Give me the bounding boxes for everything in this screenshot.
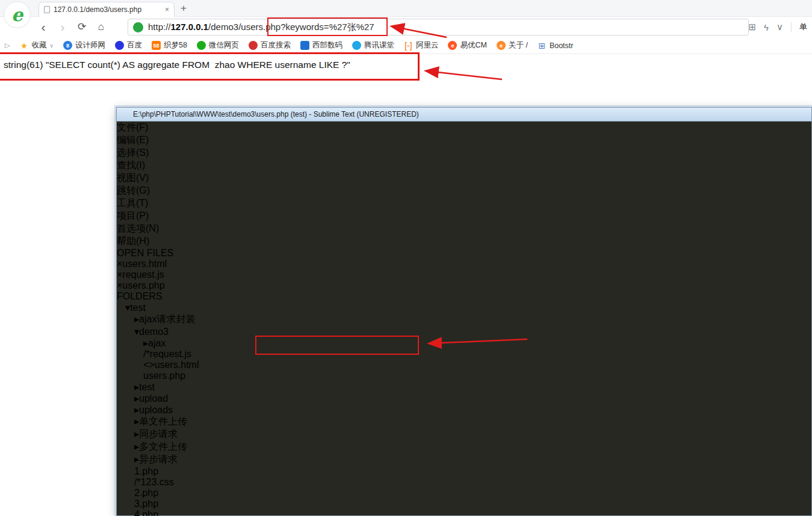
bookmark-item[interactable]: 西部数码: [300, 40, 342, 51]
bookmark-site-icon: ⊞: [538, 41, 547, 50]
tree-item-file[interactable]: 2.php: [117, 488, 811, 499]
bookmark-item[interactable]: 腾讯课堂: [352, 40, 394, 51]
screen: e 127.0.0.1/demo3/users.php × + ‹ › ⟳ ⌂ …: [0, 0, 812, 516]
close-icon[interactable]: ×: [117, 269, 122, 280]
tree-item-folder[interactable]: ▸test: [117, 381, 811, 393]
close-icon[interactable]: ×: [165, 5, 169, 14]
lightning-icon[interactable]: ϟ: [764, 22, 769, 32]
new-tab-button[interactable]: +: [181, 2, 187, 14]
tree-item-folder[interactable]: ▸ajax请求封装: [117, 313, 811, 326]
bookmark-item[interactable]: e关于 /: [497, 40, 528, 51]
bookmark-site-icon: [-]: [404, 41, 413, 50]
sublime-logo-icon: [120, 110, 129, 119]
browser-tab-bar: e 127.0.0.1/demo3/users.php × +: [0, 0, 812, 17]
tree-item-file[interactable]: users.php: [117, 370, 811, 381]
home-icon[interactable]: ⌂: [91, 18, 111, 36]
item-label: 异步请求: [139, 454, 178, 464]
item-label: uploads: [139, 405, 173, 415]
bookmark-item[interactable]: ★收藏∨: [19, 40, 54, 51]
tree-item-folder[interactable]: ▸多文件上传: [117, 441, 811, 453]
bookmark-label: 关于 /: [509, 40, 528, 51]
window-mode-label[interactable]: 单: [799, 22, 807, 32]
bookmark-item[interactable]: 58织梦58: [152, 40, 187, 51]
tree-item-file[interactable]: 3.php: [117, 499, 811, 509]
tree-item-folder[interactable]: ▸ajax: [117, 337, 811, 349]
bookmark-site-icon: 8: [63, 41, 72, 50]
address-bar[interactable]: http://127.0.0.1/demo3/users.php?keyword…: [128, 19, 749, 35]
file-name: users.php: [122, 280, 164, 290]
chevron-icon: ▸: [134, 429, 139, 439]
tree-item-folder[interactable]: ▸upload: [117, 393, 811, 404]
bookmark-item[interactable]: 微信网页: [197, 40, 239, 51]
apps-grid-icon[interactable]: ⊞: [748, 22, 756, 32]
browser-toolbar: ‹ › ⟳ ⌂ http://127.0.0.1/demo3/users.php…: [0, 17, 812, 37]
file-icon: /*: [134, 477, 141, 487]
bookmark-site-icon: [352, 41, 361, 50]
menu-item[interactable]: 帮助(H): [117, 235, 811, 248]
bookmark-item[interactable]: [-]阿里云: [404, 40, 439, 51]
bookmark-item[interactable]: 8设计师网: [63, 40, 105, 51]
open-file-item[interactable]: ×users.php: [117, 280, 811, 291]
tree-item-folder[interactable]: ▾test: [117, 302, 811, 313]
file-icon: /*: [143, 349, 150, 359]
open-file-item[interactable]: ×request.js: [117, 269, 811, 280]
menu-item[interactable]: 首选项(N): [117, 223, 811, 235]
tree-item-folder[interactable]: ▾demo3: [117, 326, 811, 337]
menu-item[interactable]: 跳转(G): [117, 185, 811, 197]
bookmark-site-icon: e: [497, 41, 506, 50]
chevron-down-icon[interactable]: ∨: [776, 22, 783, 32]
refresh-icon[interactable]: ⟳: [72, 18, 91, 36]
url-path: /demo3/users.php: [208, 22, 280, 32]
site-security-icon[interactable]: [133, 22, 143, 32]
browser-tab[interactable]: 127.0.0.1/demo3/users.php ×: [39, 2, 175, 17]
file-name: users.html: [122, 259, 167, 269]
bookmark-label: 百度搜索: [261, 40, 291, 51]
tree-item-folder[interactable]: ▸异步请求: [117, 453, 811, 466]
bookmarks-expand-icon[interactable]: ▷: [5, 41, 10, 49]
window-title-bar[interactable]: E:\php\PHPTutorial\WWW\test\demo3\users.…: [117, 108, 811, 121]
bookmarks-list: ★收藏∨8设计师网百度58织梦58微信网页百度搜索西部数码腾讯课堂[-]阿里云e…: [19, 40, 573, 51]
window-title: E:\php\PHPTutorial\WWW\test\demo3\users.…: [133, 110, 419, 118]
bookmark-label: 百度: [127, 40, 142, 51]
tree-item-folder[interactable]: ▸uploads: [117, 404, 811, 416]
tree-item-file[interactable]: 1.php: [117, 466, 811, 477]
close-icon[interactable]: ×: [117, 259, 122, 269]
item-label: 单文件上传: [139, 416, 187, 426]
browser-logo-icon[interactable]: e: [4, 1, 31, 28]
bookmark-label: 腾讯课堂: [364, 40, 394, 51]
item-label: test: [139, 382, 155, 392]
tree-item-file[interactable]: /*request.js: [117, 349, 811, 360]
menu-item[interactable]: 选择(S): [117, 147, 811, 159]
item-label: 123.css: [141, 477, 174, 487]
tree-item-folder[interactable]: ▸同步请求: [117, 428, 811, 441]
item-label: test: [130, 303, 146, 313]
close-icon[interactable]: ×: [117, 280, 122, 290]
window-body: OPEN FILES ×users.html×request.js×users.…: [117, 248, 811, 516]
bookmarks-bar: ▷ ★收藏∨8设计师网百度58织梦58微信网页百度搜索西部数码腾讯课堂[-]阿里…: [0, 37, 812, 54]
tree-item-file[interactable]: <>users.html: [117, 360, 811, 370]
chevron-icon: ▸: [143, 338, 148, 348]
back-icon[interactable]: ‹: [34, 18, 53, 36]
item-label: demo3: [139, 327, 169, 337]
bookmark-item[interactable]: ⊞Bootstr: [538, 41, 574, 50]
open-file-item[interactable]: ×users.html: [117, 259, 811, 269]
menu-item[interactable]: 编辑(E): [117, 134, 811, 147]
bookmark-item[interactable]: 百度: [115, 40, 142, 51]
bookmark-label: 阿里云: [416, 40, 439, 51]
tree-item-file[interactable]: 4.php: [117, 509, 811, 516]
open-files-header: OPEN FILES: [117, 248, 811, 259]
bookmark-item[interactable]: 百度搜索: [249, 40, 291, 51]
vardump-output: string(61) "SELECT count(*) AS aggregate…: [4, 60, 350, 70]
chevron-icon: ▸: [134, 382, 139, 392]
menu-item[interactable]: 项目(P): [117, 210, 811, 223]
forward-icon[interactable]: ›: [53, 18, 72, 36]
item-label: request.js: [150, 349, 191, 359]
tree-item-folder[interactable]: ▸单文件上传: [117, 416, 811, 428]
menu-item[interactable]: 工具(T): [117, 197, 811, 210]
tree-item-file[interactable]: /*123.css: [117, 477, 811, 488]
menu-item[interactable]: 文件(F): [117, 121, 811, 134]
menu-item[interactable]: 查找(I): [117, 159, 811, 172]
menu-item[interactable]: 视图(V): [117, 172, 811, 185]
bookmark-item[interactable]: e易优CM: [448, 40, 486, 51]
open-files-list: ×users.html×request.js×users.php: [117, 259, 811, 291]
